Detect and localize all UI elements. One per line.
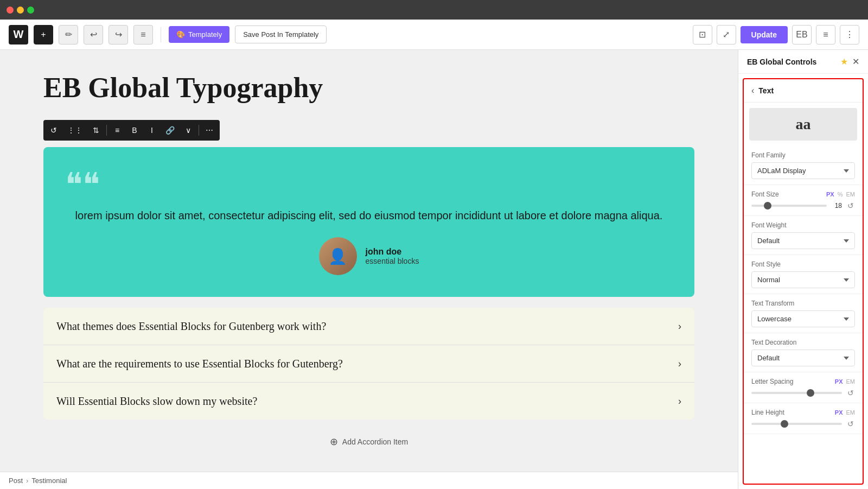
- accordion-item-1[interactable]: What themes does Essential Blocks for Gu…: [43, 308, 694, 345]
- line-height-reset[interactable]: ↺: [846, 420, 855, 428]
- redo-button[interactable]: ↪: [108, 25, 128, 45]
- view-mode-button[interactable]: ⊡: [693, 25, 712, 45]
- accordion-chevron-1: ›: [678, 321, 681, 332]
- right-panel: EB Global Controls ★ ✕ ‹ Text aa Font Fa…: [738, 50, 868, 489]
- wp-logo-text: W: [14, 28, 24, 41]
- templately-label: Templately: [188, 30, 222, 39]
- font-weight-select[interactable]: Default 100200300 400500600 700800900: [751, 232, 855, 249]
- font-size-label: Font Size PX % EM: [751, 190, 855, 198]
- undo-button[interactable]: ↩: [84, 25, 103, 45]
- link-button[interactable]: 🔗: [161, 122, 179, 138]
- panel-star-button[interactable]: ★: [840, 56, 848, 67]
- font-size-reset[interactable]: ↺: [846, 201, 855, 210]
- author-avatar: 👤: [319, 237, 357, 275]
- line-height-units: PX EM: [835, 409, 855, 416]
- letter-spacing-slider[interactable]: [751, 392, 842, 394]
- panel-header-icons: ★ ✕: [840, 56, 859, 67]
- back-button[interactable]: ‹: [751, 86, 754, 96]
- testimonial-text: lorem ipsum dolor sit amet, consectetur …: [75, 207, 663, 224]
- line-height-label: Line Height PX EM: [751, 409, 855, 416]
- eb-icon-button[interactable]: EB: [792, 25, 812, 45]
- testimonial-block: ❝❝ lorem ipsum dolor sit amet, consectet…: [43, 147, 694, 297]
- more-block-options-button[interactable]: ⋯: [201, 122, 218, 138]
- title-bar: [0, 0, 868, 20]
- letter-spacing-reset[interactable]: ↺: [846, 389, 855, 397]
- templately-button[interactable]: 🎨 Templately: [169, 26, 229, 43]
- font-size-unit-em[interactable]: EM: [846, 191, 856, 198]
- bold-button[interactable]: B: [126, 122, 143, 138]
- add-accordion-label: Add Accordion Item: [342, 437, 408, 446]
- font-family-label: Font Family: [751, 151, 855, 159]
- accordion-item-3[interactable]: Will Essential Blocks slow down my websi…: [43, 383, 694, 420]
- font-style-select[interactable]: Normal ItalicOblique: [751, 271, 855, 288]
- line-height-slider[interactable]: [751, 423, 842, 425]
- traffic-lights: [7, 7, 34, 14]
- text-transform-control: Text Transform NoneCapitalizeUppercase L…: [744, 294, 863, 333]
- font-size-unit-percent[interactable]: %: [838, 191, 843, 198]
- font-size-control: Font Size PX % EM 18 ↺: [744, 185, 863, 216]
- align-button[interactable]: ≡: [109, 122, 125, 138]
- font-size-slider[interactable]: [751, 205, 827, 207]
- block-tool-sep-1: [106, 125, 107, 136]
- main-toolbar: W + ✏ ↩ ↪ ≡ 🎨 Templately Save Post In Te…: [0, 20, 868, 50]
- line-height-control: Line Height PX EM ↺: [744, 403, 863, 434]
- list-view-button[interactable]: ≡: [133, 25, 153, 45]
- update-button[interactable]: Update: [741, 26, 788, 43]
- panel-header: EB Global Controls ★ ✕: [738, 50, 868, 74]
- letter-spacing-unit-px[interactable]: PX: [835, 378, 843, 385]
- text-transform-select[interactable]: NoneCapitalizeUppercase Lowercase: [751, 310, 855, 327]
- more-options-button[interactable]: ⋮: [840, 25, 859, 45]
- accordion-question-3: Will Essential Blocks slow down my websi…: [56, 393, 257, 409]
- maximize-traffic-light[interactable]: [27, 7, 34, 14]
- text-panel-title: Text: [758, 86, 774, 95]
- font-style-label: Font Style: [751, 261, 855, 268]
- text-panel-header: ‹ Text: [744, 79, 863, 103]
- font-size-units: PX % EM: [826, 191, 855, 198]
- templately-icon: 🎨: [176, 30, 185, 39]
- author-role: essential blocks: [366, 257, 419, 265]
- page-title: EB Global Typography: [43, 72, 694, 104]
- line-height-unit-px[interactable]: PX: [835, 409, 843, 416]
- accordion-chevron-2: ›: [678, 358, 681, 370]
- letter-spacing-label: Letter Spacing PX EM: [751, 378, 855, 385]
- quote-marks: ❝❝: [65, 169, 100, 201]
- letter-spacing-unit-em[interactable]: EM: [846, 378, 856, 385]
- add-block-button[interactable]: +: [34, 25, 53, 45]
- save-templately-button[interactable]: Save Post In Templately: [235, 26, 327, 43]
- block-toolbar: ↺ ⋮⋮ ⇅ ≡ B I 🔗 ∨ ⋯: [43, 120, 220, 141]
- move-button[interactable]: ⇅: [88, 122, 104, 138]
- font-family-control: Font Family ADLaM Display: [744, 146, 863, 185]
- brush-button[interactable]: ✏: [59, 25, 78, 45]
- editor-area: EB Global Typography ↺ ⋮⋮ ⇅ ≡ B I 🔗 ∨ ⋯ …: [0, 50, 738, 489]
- drag-button[interactable]: ⋮⋮: [63, 122, 87, 138]
- font-weight-label: Font Weight: [751, 221, 855, 229]
- breadcrumb-testimonial[interactable]: Testimonial: [31, 477, 67, 485]
- minimize-traffic-light[interactable]: [17, 7, 24, 14]
- accordion-chevron-3: ›: [678, 396, 681, 407]
- breadcrumb-separator: ›: [26, 477, 28, 485]
- line-height-unit-em[interactable]: EM: [846, 409, 856, 416]
- text-decoration-label: Text Decoration: [751, 339, 855, 346]
- expand-button[interactable]: ⤢: [717, 25, 736, 45]
- rotate-button[interactable]: ↺: [46, 122, 62, 138]
- letter-spacing-units: PX EM: [835, 378, 855, 385]
- font-size-unit-px[interactable]: PX: [826, 191, 834, 198]
- panel-close-button[interactable]: ✕: [852, 56, 859, 67]
- accordion-item-2[interactable]: What are the requirements to use Essenti…: [43, 345, 694, 383]
- font-family-select[interactable]: ADLaM Display: [751, 162, 855, 179]
- italic-button[interactable]: I: [144, 122, 160, 138]
- font-size-slider-row: 18 ↺: [751, 201, 855, 210]
- close-traffic-light[interactable]: [7, 7, 14, 14]
- breadcrumb-post[interactable]: Post: [9, 477, 23, 485]
- link-chevron-button[interactable]: ∨: [180, 122, 196, 138]
- add-accordion-item[interactable]: ⊕ Add Accordion Item: [43, 430, 694, 453]
- text-decoration-select[interactable]: Default NoneUnderlineOverlineLine-throug…: [751, 350, 855, 366]
- accordion-block: What themes does Essential Blocks for Gu…: [43, 308, 694, 420]
- main-area: EB Global Typography ↺ ⋮⋮ ⇅ ≡ B I 🔗 ∨ ⋯ …: [0, 50, 868, 489]
- font-weight-control: Font Weight Default 100200300 400500600 …: [744, 216, 863, 255]
- sidebar-settings-button[interactable]: ≡: [816, 25, 835, 45]
- letter-spacing-slider-row: ↺: [751, 389, 855, 397]
- testimonial-author: 👤 john doe essential blocks: [319, 237, 419, 275]
- accordion-question-2: What are the requirements to use Essenti…: [56, 356, 343, 371]
- wp-logo[interactable]: W: [9, 25, 28, 45]
